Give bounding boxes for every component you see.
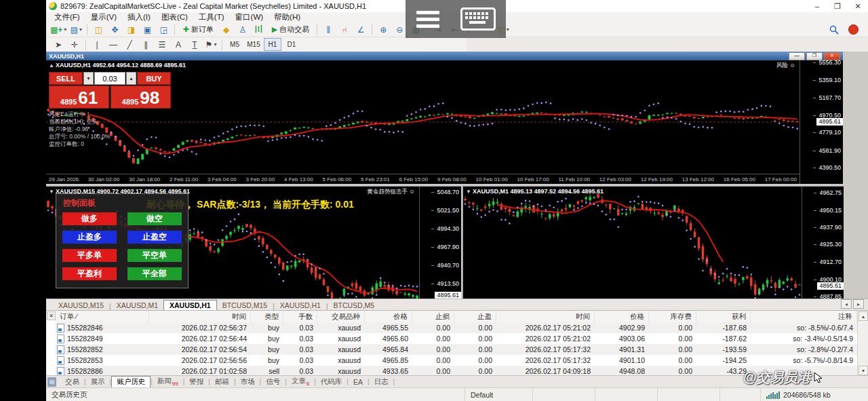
chart-window-titlebar[interactable]: XAUUSD,H1 — ❐ ✕	[46, 52, 843, 60]
column-header-1[interactable]: 时间	[149, 311, 251, 322]
trendline-icon[interactable]: ╱	[122, 37, 137, 52]
profiles-icon[interactable]: ▤▾	[68, 22, 83, 37]
notification-icon[interactable]	[848, 24, 859, 35]
terminal-tab-新闻[interactable]: 新闻99	[153, 376, 183, 387]
new-order-button[interactable]: ✚ 新订单	[178, 22, 217, 37]
column-header-8[interactable]: 时间	[496, 311, 595, 322]
navigator-icon[interactable]: ✥	[107, 22, 122, 37]
close-all-button[interactable]: 平全部	[127, 267, 182, 281]
vertical-line-icon[interactable]: |	[90, 37, 104, 52]
chart-minimize-button[interactable]: —	[789, 52, 805, 60]
order-row-155282849[interactable]: 1552828492026.02.17 02:56:44buy0.03xauus…	[56, 333, 857, 344]
chart-tab-BTCUSD,M15[interactable]: BTCUSD,M15	[217, 301, 273, 310]
terminal-tab-展示[interactable]: 展示	[86, 377, 110, 387]
mql-icon[interactable]: ♙	[235, 22, 250, 37]
column-header-5[interactable]: 价格	[365, 311, 412, 322]
maximize-button[interactable]: ❐	[827, 0, 848, 12]
timeframe-M15[interactable]: M15	[245, 38, 262, 51]
menu-文件(F)[interactable]: 文件(F)	[49, 12, 85, 22]
autotrading-button[interactable]: ▶ 自动交易	[268, 22, 314, 37]
terminal-header-row[interactable]: 订单 ∕时间类型手数交易品种价格止损止盈时间价格库存费获利注释	[56, 311, 857, 323]
horizontal-line-icon[interactable]: —	[106, 37, 121, 52]
menu-图表(C)[interactable]: 图表(C)	[156, 12, 193, 22]
terminal-tab-市场[interactable]: 市场	[236, 377, 260, 387]
cursor-icon[interactable]: ➤	[51, 37, 66, 52]
timeframe-M5[interactable]: M5	[226, 38, 243, 51]
lot-decrease-button[interactable]: ▼	[83, 72, 94, 85]
scroll-down-icon[interactable]: ▼	[859, 366, 868, 375]
tp-long-button[interactable]: 止盈多	[62, 230, 117, 244]
tabs-scroll-left-icon[interactable]: ◂	[841, 299, 852, 309]
menu-工具(T)[interactable]: 工具(T)	[193, 12, 230, 22]
close-short-button[interactable]: 平空单	[127, 248, 182, 263]
terminal-tab-文章[interactable]: 文章6	[287, 376, 314, 387]
column-header-11[interactable]: 获利	[696, 311, 751, 322]
column-header-3[interactable]: 手数	[283, 311, 317, 322]
terminal-nav-icon[interactable]: ▤	[47, 377, 56, 387]
crosshair-icon[interactable]: ✛	[67, 37, 82, 52]
terminal-tab-警报[interactable]: 警报	[184, 377, 208, 387]
terminal-tab-信号[interactable]: 信号	[261, 377, 285, 387]
text-label-icon[interactable]: T̲	[187, 37, 202, 52]
order-row-155282853[interactable]: 1552828532026.02.17 02:56:56buy0.03xauus…	[56, 355, 857, 366]
strategy-tester-icon[interactable]: ◲	[156, 22, 171, 37]
column-header-6[interactable]: 止损	[412, 311, 454, 322]
timeframe-D1[interactable]: D1	[283, 38, 300, 51]
lot-size-input[interactable]	[94, 72, 125, 85]
line-chart-icon[interactable]: ∠	[353, 22, 368, 37]
chart-tab-XAUUSD,H1[interactable]: XAUUSD,H1	[163, 300, 217, 310]
chart-tab-XAUUSD,M15[interactable]: XAUUSD,M15	[53, 301, 109, 310]
close-profit-button[interactable]: 平盈利	[62, 267, 117, 281]
search-icon[interactable]	[829, 25, 839, 35]
timeframe-H1[interactable]: H1	[264, 38, 281, 51]
terminal-tab-交易[interactable]: 交易	[60, 377, 84, 387]
chart-tab-XAUUSD,M1[interactable]: XAUUSD,M1	[111, 301, 163, 310]
terminal-tab-日志[interactable]: 日志	[370, 377, 393, 387]
column-header-12[interactable]: 注释	[751, 311, 857, 322]
open-short-button[interactable]: 做空	[127, 212, 182, 226]
arrows-icon[interactable]: ⚑▾	[203, 37, 218, 52]
order-row-155282852[interactable]: 1552828522026.02.17 02:56:54buy0.03xauus…	[56, 344, 857, 355]
terminal-tab-EA[interactable]: EA	[349, 377, 368, 387]
column-header-10[interactable]: 库存费	[649, 311, 696, 322]
candlestick-chart-icon[interactable]: ⑁	[337, 22, 352, 37]
menu-插入(I)[interactable]: 插入(I)	[122, 12, 156, 22]
signal-icon[interactable]: 〣	[252, 22, 267, 37]
chart-close-button[interactable]: ✕	[824, 52, 840, 60]
market-watch-icon[interactable]: ◫	[91, 22, 106, 37]
terminal-icon[interactable]: ▣	[140, 22, 155, 37]
tp-short-button[interactable]: 止盈空	[127, 230, 182, 244]
close-long-button[interactable]: 平多单	[62, 248, 117, 263]
scroll-up-icon[interactable]: ▲	[859, 311, 868, 321]
menu-帮助(H)[interactable]: 帮助(H)	[269, 12, 306, 22]
column-header-2[interactable]: 类型	[251, 311, 283, 322]
text-icon[interactable]: A	[171, 37, 186, 52]
menu-窗口(W)[interactable]: 窗口(W)	[230, 12, 269, 22]
sell-button[interactable]: SELL	[49, 72, 83, 85]
buy-price-panel[interactable]: 489598	[111, 85, 171, 109]
terminal-close-icon[interactable]: ✕	[47, 311, 56, 320]
menu-显示(V)[interactable]: 显示(V)	[85, 12, 122, 22]
chart-pane-m1[interactable]: 4962.754950.154937.904925.304912.704900.…	[462, 186, 844, 299]
data-window-icon[interactable]: ◨	[123, 22, 138, 37]
chart-pane-m15[interactable]: 5048.705021.504994.304967.904940.704913.…	[46, 186, 461, 299]
chart-tab-BTCUSD,M5[interactable]: BTCUSD,M5	[328, 301, 380, 310]
tabs-scroll-right-icon[interactable]: ▸	[853, 299, 864, 309]
chart-pane-h1[interactable]: 5556.305359.105167.704970.504779.104581.…	[46, 60, 843, 184]
column-header-7[interactable]: 止盈	[454, 311, 496, 322]
terminal-tab-邮箱[interactable]: 邮箱	[210, 377, 234, 387]
column-header-9[interactable]: 价格	[595, 311, 649, 322]
fibonacci-icon[interactable]: ☰	[155, 37, 170, 52]
minimize-button[interactable]: –	[807, 0, 827, 12]
chart-tab-XAUUSD,H1[interactable]: XAUUSD,H1	[275, 301, 326, 310]
zoom-in-icon[interactable]: ⊕	[376, 22, 391, 37]
status-profile[interactable]: Default	[465, 388, 533, 401]
order-row-155282846[interactable]: 1552828462026.02.17 02:56:37buy0.03xauus…	[56, 322, 857, 333]
chart-tab-scroll[interactable]: ◂▸	[841, 299, 864, 309]
chart-restore-button[interactable]: ❐	[806, 52, 823, 60]
zoom-out-icon[interactable]: ⊖	[392, 22, 407, 37]
buy-button[interactable]: BUY	[137, 72, 171, 85]
terminal-scrollbar[interactable]: ▲ ▼	[857, 311, 868, 376]
channel-icon[interactable]: ∥	[138, 37, 153, 52]
menu-icon[interactable]	[416, 11, 439, 28]
